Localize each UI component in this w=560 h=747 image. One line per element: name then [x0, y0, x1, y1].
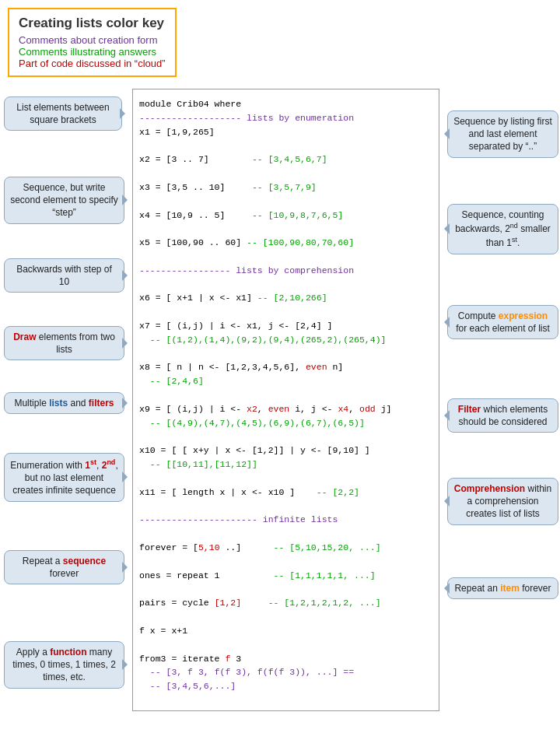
- left-annotations: List elements between square brackets Se…: [0, 89, 132, 711]
- code-line-3: x1 = [1,9,265]: [139, 125, 432, 139]
- code-line-17: x7 = [ (i,j) | i <- x1, j <- [2,4] ]: [139, 319, 432, 333]
- code-line-13: ----------------- lists by comprehension: [139, 264, 432, 278]
- code-line-25: [139, 430, 432, 444]
- code-line-39: f x = x+1: [139, 624, 432, 638]
- bubble-backwards-step: Backwards with step of 10: [4, 258, 124, 293]
- code-line-9: x4 = [10,9 .. 5] -- [10,9,8,7,6,5]: [139, 209, 432, 223]
- code-panel: module Crib04 where ------------------- …: [132, 89, 439, 711]
- color-key-title: Creating lists color key: [19, 16, 166, 31]
- code-line-32: [139, 527, 432, 541]
- bubble-draw-elements: Draw elements from two lists: [4, 326, 124, 360]
- bubble-repeat-item: Repeat an item forever: [447, 577, 558, 599]
- code-line-43: -- [3,4,5,6,...]: [139, 679, 432, 693]
- bubble-repeat-sequence: Repeat a sequence forever: [4, 550, 124, 584]
- code-line-22: [139, 388, 432, 402]
- code-line-18: -- [(1,2),(1,4),(9,2),(9,4),(265,2),(265…: [139, 333, 432, 347]
- code-line-23: x9 = [ (i,j) | i <- x2, even i, j <- x4,…: [139, 402, 432, 416]
- color-key-red: Part of code discussed in “cloud”: [19, 58, 166, 69]
- right-annotations: Sequence by listing first and last eleme…: [439, 89, 560, 711]
- code-line-27: -- [[10,11],[11,12]]: [139, 458, 432, 472]
- code-line-34: [139, 555, 432, 569]
- code-line-6: [139, 167, 432, 181]
- code-line-20: x8 = [ n | n <- [1,2,3,4,5,6], even n]: [139, 360, 432, 374]
- bubble-sequence-step: Sequence, but write second element to sp…: [4, 177, 124, 224]
- code-line-40: [139, 638, 432, 652]
- code-line-10: [139, 222, 432, 236]
- code-line-12: [139, 250, 432, 264]
- code-line-36: [139, 582, 432, 596]
- code-line-28: [139, 472, 432, 486]
- color-key-purple: Comments about creation form: [19, 34, 166, 46]
- code-line-33: forever = [5,10 ..] -- [5,10,15,20, ...]: [139, 541, 432, 555]
- bubble-multiple-lists: Multiple lists and filters: [4, 392, 124, 414]
- code-line-21: -- [2,4,6]: [139, 374, 432, 388]
- code-line-38: [139, 610, 432, 624]
- code-line-41: from3 = iterate f 3: [139, 652, 432, 666]
- bubble-counting-backwards: Sequence, counting backwards, 2nd smalle…: [447, 204, 558, 254]
- code-line-19: [139, 347, 432, 361]
- code-line-4: [139, 139, 432, 153]
- bubble-apply-function: Apply a function many times, 0 times, 1 …: [4, 641, 124, 689]
- code-line-8: [139, 195, 432, 209]
- code-line-11: x5 = [100,90 .. 60] -- [100,90,80,70,60]: [139, 236, 432, 250]
- code-line-15: x6 = [ x+1 | x <- x1] -- [2,10,266]: [139, 291, 432, 305]
- bubble-list-elements: List elements between square brackets: [4, 96, 122, 131]
- code-line-26: x10 = [ [ x+y | x <- [1,2]] | y <- [9,10…: [139, 444, 432, 458]
- color-key-green: Comments illustrating answers: [19, 46, 166, 58]
- code-line-30: [139, 500, 432, 514]
- code-line-1: module Crib04 where: [139, 97, 432, 111]
- bubble-filter-elements: Filter which elements should be consider…: [447, 398, 558, 433]
- code-line-35: ones = repeat 1 -- [1,1,1,1,1, ...]: [139, 569, 432, 583]
- color-key-box: Creating lists color key Comments about …: [8, 8, 177, 77]
- bubble-compute-expression: Compute expression for each element of l…: [447, 305, 558, 339]
- code-line-2: ------------------- lists by enumeration: [139, 111, 432, 125]
- code-line-14: [139, 278, 432, 292]
- code-line-42: -- [3, f 3, f(f 3), f(f(f 3)), ...] ==: [139, 665, 432, 679]
- code-line-31: ---------------------- infinite lists: [139, 513, 432, 527]
- code-line-24: -- [(4,9),(4,7),(4,5),(6,9),(6,7),(6,5)]: [139, 416, 432, 430]
- main-area: List elements between square brackets Se…: [0, 89, 560, 711]
- code-line-29: x11 = [ length x | x <- x10 ] -- [2,2]: [139, 486, 432, 500]
- bubble-sequence-listing: Sequence by listing first and last eleme…: [447, 110, 558, 158]
- bubble-comprehension-within: Comprehension within a comprehension cre…: [447, 478, 558, 525]
- code-line-5: x2 = [3 .. 7] -- [3,4,5,6,7]: [139, 153, 432, 167]
- code-line-7: x3 = [3,5 .. 10] -- [3,5,7,9]: [139, 181, 432, 195]
- bubble-enumeration-infinite: Enumeration with 1st, 2nd, but no last e…: [4, 453, 124, 502]
- code-line-37: pairs = cycle [1,2] -- [1,2,1,2,1,2, ...…: [139, 596, 432, 610]
- code-line-16: [139, 305, 432, 319]
